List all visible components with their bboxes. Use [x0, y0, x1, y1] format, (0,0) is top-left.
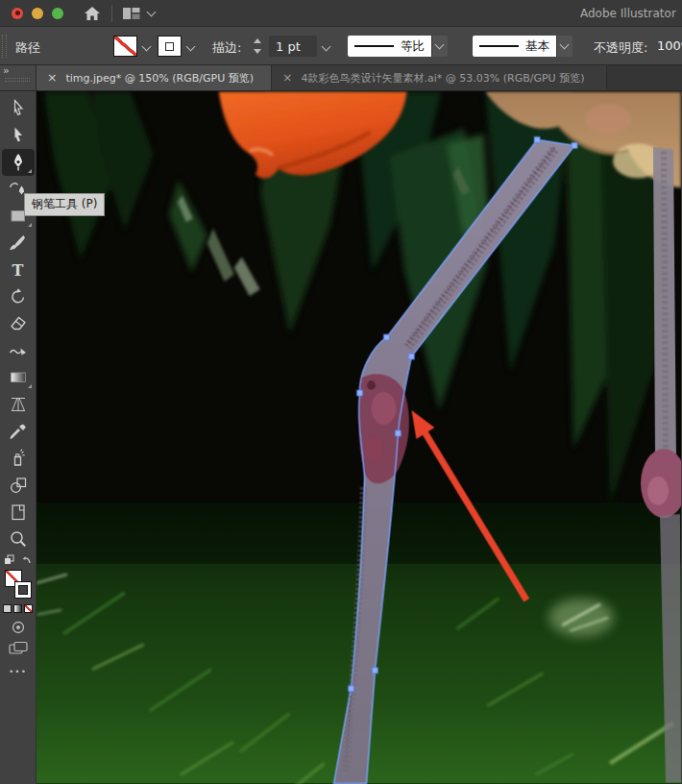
direct-selection-tool[interactable] [2, 95, 35, 122]
brush-definition-dropdown[interactable]: 基本 [473, 36, 556, 57]
stepper-up-icon[interactable] [254, 38, 261, 43]
edit-toolbar-button[interactable]: ••• [9, 667, 27, 676]
none-fill-icon [114, 37, 136, 56]
rotate-tool[interactable] [2, 283, 35, 310]
close-tab-icon[interactable]: × [47, 72, 57, 85]
opacity-label: 不透明度: [594, 39, 647, 57]
fill-stroke-indicator[interactable] [3, 569, 34, 601]
selection-tool[interactable] [2, 122, 35, 149]
color-mode-buttons [3, 604, 33, 613]
canvas-artwork [37, 91, 681, 784]
pen-tool-tooltip: 钢笔工具 (P) [24, 193, 105, 216]
zoom-tool[interactable] [2, 526, 35, 552]
tool-flyout-icon [28, 223, 32, 227]
chevron-down-icon [435, 40, 445, 50]
minimize-window-button[interactable] [32, 8, 43, 19]
type-tool[interactable]: T [2, 257, 35, 283]
eyedropper-tool[interactable] [2, 418, 35, 445]
tab-bar-filler [607, 65, 682, 90]
none-button[interactable] [24, 604, 33, 613]
width-profile-value: 等比 [401, 38, 425, 55]
toolbar-grip[interactable] [5, 78, 30, 82]
fill-swatch[interactable] [113, 36, 137, 57]
artboard-tool[interactable] [2, 499, 35, 526]
fill-chevron-icon[interactable] [142, 42, 152, 52]
stroke-weight-value[interactable]: 1 pt [269, 36, 317, 57]
home-icon [84, 6, 101, 21]
screen-mode-icon[interactable] [8, 640, 29, 657]
pen-tool[interactable] [2, 149, 35, 176]
brush-stroke-line-icon [479, 45, 519, 48]
drawing-mode-icon[interactable] [9, 619, 28, 636]
app-title: Adobe Illustrator [580, 7, 682, 20]
tab-label: timg.jpeg* @ 150% (RGB/GPU 预览) [65, 71, 254, 86]
tool-flyout-icon [28, 169, 32, 173]
fullscreen-window-button[interactable] [52, 8, 63, 19]
opacity-value[interactable]: 100% [657, 38, 682, 53]
brush-definition-chevron[interactable] [556, 36, 572, 57]
swap-fill-stroke-icon[interactable] [3, 554, 34, 567]
toolbar-header: » [0, 65, 37, 90]
tab-vector-birds-ai[interactable]: × 4款彩色鸟类设计矢量素材.ai* @ 53.03% (RGB/GPU 预览) [271, 65, 607, 90]
stroke-swatch[interactable] [158, 36, 182, 57]
perspective-grid-tool[interactable] [2, 391, 35, 418]
stroke-weight-label: 描边: [212, 39, 241, 57]
eraser-tool[interactable] [2, 310, 35, 337]
panel-grip[interactable] [2, 35, 7, 58]
context-label: 路径 [15, 39, 40, 57]
tool-flyout-icon [28, 384, 32, 388]
type-tool-glyph: T [12, 261, 24, 280]
width-profile-chevron[interactable] [431, 36, 448, 57]
document-tab-bar: » × timg.jpeg* @ 150% (RGB/GPU 预览) × 4款彩… [0, 65, 682, 91]
workspace-switcher[interactable] [122, 6, 155, 21]
width-profile-line-icon [354, 45, 394, 48]
brush-definition-value: 基本 [525, 38, 549, 55]
stroke-weight-stepper[interactable] [252, 37, 263, 55]
tab-label: 4款彩色鸟类设计矢量素材.ai* @ 53.03% (RGB/GPU 预览) [301, 71, 584, 86]
control-bar: 路径 描边: 1 pt 等比 基本 不透明度: 100% [0, 27, 682, 65]
tab-timg-jpeg[interactable]: × timg.jpeg* @ 150% (RGB/GPU 预览) [37, 65, 271, 90]
paintbrush-tool[interactable] [2, 230, 35, 257]
workspace-layout-icon [122, 6, 141, 21]
stroke-color-swatch[interactable] [14, 581, 32, 599]
shape-builder-tool[interactable] [2, 472, 35, 499]
stepper-down-icon[interactable] [254, 49, 261, 54]
chevron-down-icon [147, 7, 157, 16]
document-canvas[interactable] [37, 91, 681, 784]
gradient-button[interactable] [13, 604, 22, 613]
panel-collapse-icon[interactable]: » [3, 64, 10, 77]
stroke-chevron-icon[interactable] [186, 42, 196, 52]
grass-tuft-highlight [548, 599, 614, 637]
main-area: T [0, 91, 682, 784]
toolbar-bottom-controls: ••• [3, 554, 34, 676]
stroke-weight-chevron-icon[interactable] [322, 42, 331, 52]
illustrator-window: Adobe Illustrator 路径 描边: 1 pt 等比 基本 [0, 0, 682, 784]
titlebar-divider [111, 5, 112, 22]
gradient-tool[interactable] [2, 364, 35, 391]
width-profile-dropdown[interactable]: 等比 [348, 36, 431, 57]
close-tab-icon[interactable]: × [282, 72, 292, 85]
stroke-square-icon [165, 42, 174, 51]
symbol-sprayer-tool[interactable] [2, 445, 35, 472]
chevron-down-icon [560, 40, 570, 50]
close-window-button[interactable] [12, 8, 23, 19]
shaper-tool[interactable] [2, 337, 35, 364]
home-button[interactable] [81, 4, 104, 23]
window-controls [12, 8, 63, 19]
titlebar: Adobe Illustrator [0, 0, 682, 27]
color-button[interactable] [3, 604, 12, 613]
